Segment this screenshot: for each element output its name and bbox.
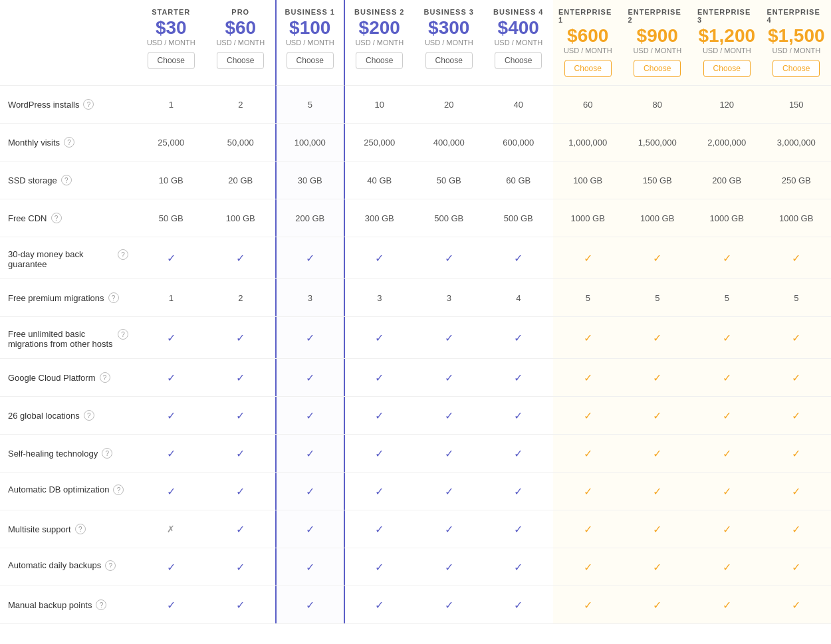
check-icon-4-9: ✓ (792, 252, 800, 265)
plan-period-enterprise4: USD / MONTH (772, 47, 820, 54)
cell-value-1-2: 100,000 (295, 138, 326, 148)
cell-0-4: 20 (414, 86, 484, 123)
check-icon-6-9: ✓ (792, 332, 800, 344)
cell-0-7: 80 (623, 86, 693, 123)
plan-name-starter: STARTER (152, 8, 190, 16)
check-icon-12-1: ✓ (236, 561, 245, 574)
cell-0-2: 5 (275, 86, 345, 123)
choose-btn-enterprise4[interactable]: Choose (772, 60, 820, 77)
info-icon-8[interactable]: ? (84, 410, 94, 421)
choose-btn-enterprise1[interactable]: Choose (564, 60, 612, 77)
cell-5-8: 5 (692, 279, 762, 316)
row-label-12: Automatic daily backups? (0, 548, 136, 586)
info-icon-7[interactable]: ? (100, 372, 110, 383)
info-icon-13[interactable]: ? (96, 599, 106, 610)
cell-9-5: ✓ (484, 435, 554, 472)
cell-11-3: ✓ (345, 510, 415, 548)
cell-3-2: 200 GB (275, 199, 345, 237)
cell-7-7: ✓ (623, 359, 693, 396)
cell-9-4: ✓ (414, 435, 484, 472)
plan-period-business4: USD / MONTH (494, 39, 542, 47)
info-icon-11[interactable]: ? (75, 524, 86, 534)
row-label-text-4: 30-day money back guarantee (8, 249, 114, 269)
data-row-8: 26 global locations?✓✓✓✓✓✓✓✓✓✓ (0, 397, 831, 435)
cell-value-0-3: 10 (375, 100, 384, 110)
cell-7-6: ✓ (553, 359, 623, 396)
check-icon-4-2: ✓ (306, 252, 314, 265)
cell-11-0: ✗ (136, 510, 206, 548)
check-icon-8-3: ✓ (375, 409, 384, 422)
info-icon-4[interactable]: ? (118, 249, 128, 260)
info-icon-2[interactable]: ? (61, 175, 72, 185)
cell-value-2-6: 100 GB (573, 175, 602, 185)
check-icon-12-8: ✓ (723, 561, 731, 574)
cell-5-3: 3 (345, 279, 415, 316)
info-icon-3[interactable]: ? (51, 213, 62, 223)
choose-btn-starter[interactable]: Choose (148, 52, 195, 69)
cell-3-7: 1000 GB (623, 199, 693, 237)
choose-btn-enterprise2[interactable]: Choose (634, 60, 681, 77)
cell-2-3: 40 GB (345, 161, 415, 199)
plan-price-enterprise3: $1,200 (698, 27, 755, 45)
check-icon-8-7: ✓ (653, 409, 661, 422)
check-icon-11-2: ✓ (306, 523, 314, 536)
cell-11-8: ✓ (692, 510, 762, 548)
check-icon-9-8: ✓ (723, 447, 731, 460)
cell-2-0: 10 GB (136, 161, 206, 199)
check-icon-13-2: ✓ (306, 599, 314, 611)
row-label-9: Self-healing technology? (0, 435, 136, 472)
plan-price-starter: $30 (156, 19, 187, 37)
check-icon-8-6: ✓ (584, 409, 592, 422)
cell-value-0-7: 80 (653, 100, 662, 110)
cell-value-3-1: 100 GB (226, 213, 255, 223)
info-icon-12[interactable]: ? (105, 560, 116, 571)
info-icon-0[interactable]: ? (83, 99, 94, 110)
info-icon-5[interactable]: ? (108, 292, 119, 303)
choose-btn-business3[interactable]: Choose (425, 52, 473, 69)
plan-price-business4: $400 (498, 19, 539, 37)
check-icon-10-0: ✓ (167, 485, 176, 498)
cell-1-0: 25,000 (136, 124, 206, 161)
check-icon-10-9: ✓ (792, 485, 800, 498)
check-icon-8-2: ✓ (306, 409, 314, 422)
choose-btn-pro[interactable]: Choose (217, 52, 264, 69)
cell-12-3: ✓ (345, 548, 415, 586)
info-icon-10[interactable]: ? (113, 484, 124, 495)
cell-11-7: ✓ (623, 510, 693, 548)
cell-4-9: ✓ (762, 237, 832, 278)
cell-8-0: ✓ (136, 397, 206, 434)
check-icon-11-7: ✓ (653, 523, 661, 536)
cell-value-1-0: 25,000 (158, 138, 184, 148)
info-icon-1[interactable]: ? (64, 137, 74, 148)
data-row-7: Google Cloud Platform?✓✓✓✓✓✓✓✓✓✓ (0, 359, 831, 397)
cell-value-2-7: 150 GB (643, 175, 672, 185)
choose-btn-enterprise3[interactable]: Choose (703, 60, 751, 77)
choose-btn-business4[interactable]: Choose (495, 52, 542, 69)
info-icon-9[interactable]: ? (102, 448, 112, 459)
check-icon-11-6: ✓ (584, 523, 592, 536)
cell-3-9: 1000 GB (762, 199, 832, 237)
cell-4-7: ✓ (623, 237, 693, 278)
plan-price-pro: $60 (225, 19, 256, 37)
check-icon-13-0: ✓ (167, 599, 176, 611)
check-icon-6-2: ✓ (306, 332, 314, 344)
choose-btn-business2[interactable]: Choose (356, 52, 403, 69)
cell-0-0: 1 (136, 86, 206, 123)
check-icon-4-0: ✓ (167, 252, 176, 265)
plan-price-business2: $200 (359, 19, 400, 37)
row-label-text-9: Self-healing technology (8, 449, 98, 459)
cell-11-5: ✓ (484, 510, 554, 548)
check-icon-9-7: ✓ (653, 447, 661, 460)
check-icon-10-8: ✓ (723, 485, 731, 498)
cell-13-5: ✓ (484, 586, 554, 623)
info-icon-6[interactable]: ? (118, 329, 128, 340)
check-icon-4-5: ✓ (514, 252, 523, 265)
cell-value-2-9: 250 GB (782, 175, 811, 185)
cell-8-4: ✓ (414, 397, 484, 434)
cell-3-6: 1000 GB (553, 199, 623, 237)
choose-btn-business1[interactable]: Choose (287, 52, 334, 69)
cell-11-9: ✓ (762, 510, 832, 548)
row-label-text-2: SSD storage (8, 175, 57, 185)
cell-value-1-7: 1,500,000 (638, 138, 677, 148)
plan-price-business1: $100 (289, 19, 330, 37)
